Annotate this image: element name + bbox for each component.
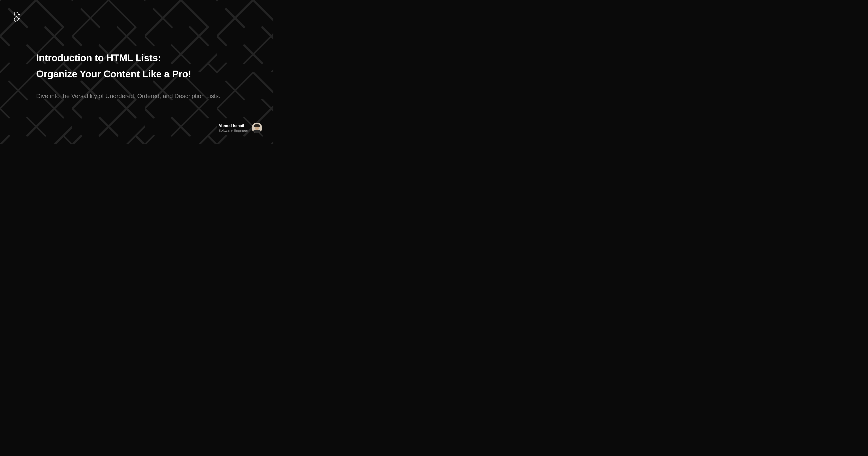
page-title: Introduction to HTML Lists: Organize You… <box>36 50 220 82</box>
page-subtitle: Dive into the Versatility of Unordered, … <box>36 92 220 99</box>
avatar <box>252 123 262 133</box>
author-name: Ahmed Ismail <box>218 123 248 128</box>
logo-icon <box>13 11 21 23</box>
hero-content: Introduction to HTML Lists: Organize You… <box>36 50 220 99</box>
title-line-2: Organize Your Content Like a Pro! <box>36 68 191 79</box>
author-role: Software Engineer <box>218 129 248 133</box>
title-line-1: Introduction to HTML Lists: <box>36 52 161 63</box>
author-section: Ahmed Ismail Software Engineer <box>218 123 262 133</box>
author-info: Ahmed Ismail Software Engineer <box>218 123 248 133</box>
